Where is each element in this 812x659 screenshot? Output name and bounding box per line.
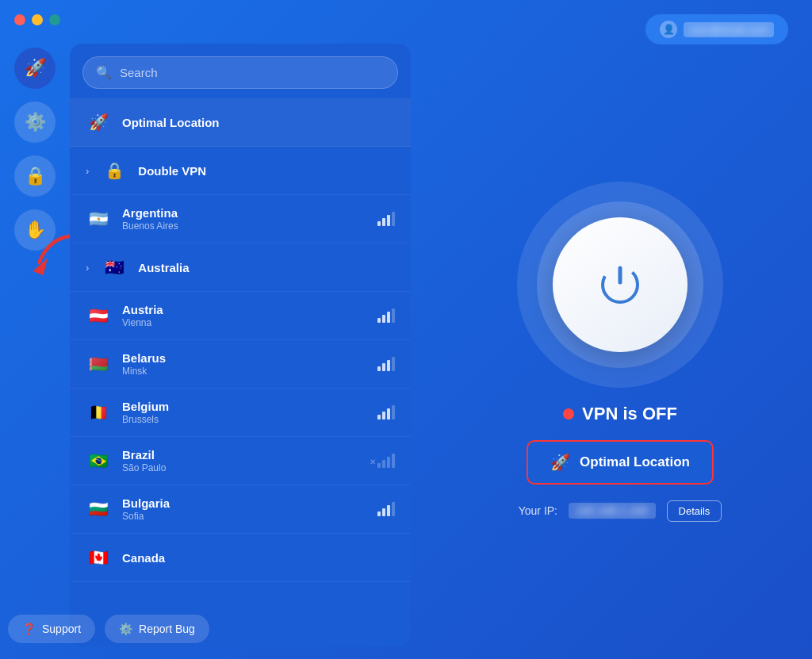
signal-bar-4 [392,405,395,420]
status-dot [563,408,574,420]
sidebar-item-killswitch[interactable]: ✋ [14,209,56,251]
austria-flag: 🇦🇹 [86,303,111,328]
close-button[interactable] [14,14,25,25]
server-row-belgium[interactable]: 🇧🇪 Belgium Brussels [70,389,411,437]
support-button[interactable]: ❓ Support [8,615,95,643]
optimal-info: Optimal Location [122,116,395,129]
vpn-status: VPN is OFF [563,404,677,424]
ip-address: 192.168.1.100 [569,503,656,519]
support-icon: ❓ [22,623,36,635]
server-list: 🚀 Optimal Location › 🔒 Double VPN 🇦🇷 Arg… [70,98,411,646]
maximize-button[interactable] [49,14,60,25]
canada-name: Canada [122,551,395,565]
brazil-name: Brazil [122,448,358,462]
argentina-info: Argentina Buenos Aires [122,206,366,232]
server-row-canada[interactable]: 🇨🇦 Canada [70,534,411,582]
search-input[interactable] [120,66,385,79]
report-bug-button[interactable]: ⚙️ Report Bug [105,615,209,643]
main-panel: VPN is OFF 🚀 Optimal Location Your IP: 1… [428,44,812,659]
signal-bar-4 [392,357,395,371]
brazil-signal: ✕ [370,454,395,468]
traffic-lights [14,14,60,25]
expand-icon-double-vpn: › [86,165,89,177]
sidebar-item-settings[interactable]: ⚙️ [14,102,56,143]
report-bug-label: Report Bug [139,623,195,635]
ip-bar: Your IP: 192.168.1.100 Details [519,500,722,522]
canada-flag: 🇨🇦 [86,545,111,570]
vpn-status-text: VPN is OFF [582,404,677,424]
australia-info: Australia [138,261,395,274]
signal-bar-1 [377,318,381,323]
signal-bar-4 [392,502,395,516]
bulgaria-signal [377,502,395,516]
australia-name: Australia [138,261,395,274]
details-button[interactable]: Details [667,500,722,522]
belarus-info: Belarus Minsk [122,351,366,377]
signal-bar-2 [382,508,385,516]
user-profile-button[interactable]: 👤 user@email.com [645,14,788,44]
signal-bar-4 [392,454,395,468]
signal-bar-3 [387,312,390,323]
signal-bar-3 [387,505,390,516]
optimal-location-button[interactable]: 🚀 Optimal Location [527,440,714,485]
signal-bar-1 [377,415,381,420]
optimal-btn-label: Optimal Location [580,454,690,470]
optimal-name: Optimal Location [122,116,395,129]
server-panel: 🔍 🚀 Optimal Location › 🔒 Double VPN 🇦🇷 A… [70,44,411,646]
ip-label: Your IP: [519,504,557,517]
server-row-austria[interactable]: 🇦🇹 Austria Vienna [70,292,411,340]
signal-bar-2 [382,218,385,226]
belgium-city: Brussels [122,414,366,425]
belarus-flag: 🇧🇾 [86,351,111,377]
belgium-info: Belgium Brussels [122,400,366,425]
server-row-optimal[interactable]: 🚀 Optimal Location [70,98,411,147]
bulgaria-name: Bulgaria [122,496,366,510]
argentina-name: Argentina [122,206,366,220]
sidebar: 🚀 ⚙️ 🔒 ✋ [0,0,70,659]
sidebar-item-servers[interactable]: 🚀 [14,48,56,89]
bulgaria-info: Bulgaria Sofia [122,496,366,522]
optimal-icon: 🚀 [86,109,111,135]
double-vpn-info: Double VPN [138,164,395,178]
server-row-belarus[interactable]: 🇧🇾 Belarus Minsk [70,340,411,389]
server-row-double-vpn[interactable]: › 🔒 Double VPN [70,147,411,195]
signal-bar-3 [387,408,390,420]
report-bug-icon: ⚙️ [119,623,132,635]
server-row-australia[interactable]: › 🇦🇺 Australia [70,243,411,292]
server-row-bulgaria[interactable]: 🇧🇬 Bulgaria Sofia [70,485,411,534]
server-row-brazil[interactable]: 🇧🇷 Brazil São Paulo ✕ [70,437,411,485]
signal-bar-2 [382,460,385,468]
argentina-flag: 🇦🇷 [86,206,111,232]
signal-bar-3 [387,360,390,371]
belarus-signal [377,357,395,371]
belarus-name: Belarus [122,351,366,365]
signal-bar-2 [382,363,385,371]
signal-bar-1 [377,221,381,226]
server-row-argentina[interactable]: 🇦🇷 Argentina Buenos Aires [70,195,411,243]
signal-bar-1 [377,366,381,371]
power-button[interactable] [553,217,688,352]
austria-signal [377,308,395,323]
brazil-city: São Paulo [122,462,358,473]
austria-city: Vienna [122,317,366,328]
signal-bar-3 [387,215,390,226]
brazil-info: Brazil São Paulo [122,448,358,473]
australia-flag: 🇦🇺 [102,255,127,280]
power-icon [592,257,648,312]
double-vpn-name: Double VPN [138,164,395,178]
user-name: user@email.com [684,22,774,37]
signal-bar-1 [377,463,381,468]
search-bar[interactable]: 🔍 [82,56,398,89]
austria-info: Austria Vienna [122,303,366,328]
optimal-btn-rocket-icon: 🚀 [550,453,570,472]
belgium-name: Belgium [122,400,366,413]
bottom-buttons: ❓ Support ⚙️ Report Bug [8,615,209,643]
austria-name: Austria [122,303,366,316]
belgium-signal [377,405,395,420]
power-button-outer [517,182,723,388]
double-vpn-icon: 🔒 [102,158,127,183]
minimize-button[interactable] [32,14,43,25]
canada-info: Canada [122,551,395,565]
sidebar-item-shield[interactable]: 🔒 [14,155,56,197]
signal-bar-2 [382,412,385,420]
